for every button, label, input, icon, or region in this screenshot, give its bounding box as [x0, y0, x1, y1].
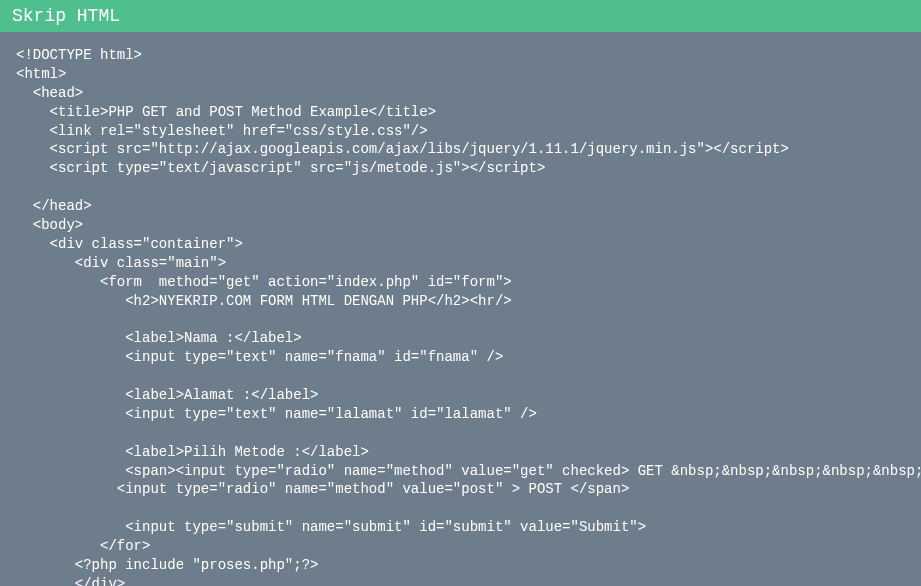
panel-title: Skrip HTML	[12, 6, 120, 26]
code-panel-header: Skrip HTML	[0, 0, 921, 32]
code-text: <!DOCTYPE html> <html> <head> <title>PHP…	[16, 47, 921, 586]
code-content: <!DOCTYPE html> <html> <head> <title>PHP…	[0, 32, 921, 586]
